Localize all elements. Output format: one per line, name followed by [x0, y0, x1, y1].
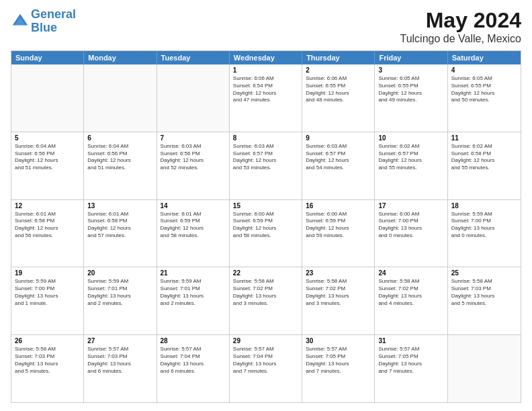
calendar-cell: 12Sunrise: 6:01 AM Sunset: 6:58 PM Dayli… — [11, 200, 84, 267]
calendar-cell: 16Sunrise: 6:00 AM Sunset: 6:59 PM Dayli… — [302, 200, 375, 267]
title-block: May 2024 Tulcingo de Valle, Mexico — [400, 8, 521, 45]
calendar-cell: 3Sunrise: 6:05 AM Sunset: 6:55 PM Daylig… — [375, 64, 447, 132]
cell-content: Sunrise: 6:02 AM Sunset: 6:58 PM Dayligh… — [451, 143, 517, 172]
calendar-cell — [84, 64, 157, 132]
cell-content: Sunrise: 6:05 AM Sunset: 6:55 PM Dayligh… — [378, 75, 443, 104]
cell-content: Sunrise: 5:58 AM Sunset: 7:03 PM Dayligh… — [15, 346, 80, 375]
header-cell-tuesday: Tuesday — [157, 51, 230, 64]
calendar-cell: 28Sunrise: 5:57 AM Sunset: 7:04 PM Dayli… — [157, 335, 230, 402]
calendar-cell: 30Sunrise: 5:57 AM Sunset: 7:05 PM Dayli… — [302, 335, 375, 402]
calendar: SundayMondayTuesdayWednesdayThursdayFrid… — [11, 50, 521, 403]
header-cell-wednesday: Wednesday — [230, 51, 302, 64]
calendar-cell: 7Sunrise: 6:03 AM Sunset: 6:56 PM Daylig… — [157, 132, 230, 199]
calendar-cell: 10Sunrise: 6:02 AM Sunset: 6:57 PM Dayli… — [375, 132, 447, 199]
cell-content: Sunrise: 6:00 AM Sunset: 7:00 PM Dayligh… — [378, 211, 443, 240]
logo-icon — [11, 12, 30, 31]
day-number: 29 — [233, 337, 298, 345]
calendar-cell: 11Sunrise: 6:02 AM Sunset: 6:58 PM Dayli… — [448, 132, 521, 199]
cell-content: Sunrise: 5:57 AM Sunset: 7:04 PM Dayligh… — [161, 346, 226, 375]
cell-content: Sunrise: 6:04 AM Sunset: 6:56 PM Dayligh… — [87, 143, 152, 172]
day-number: 7 — [161, 134, 226, 142]
day-number: 26 — [15, 337, 80, 345]
calendar-row-0: 1Sunrise: 6:06 AM Sunset: 6:54 PM Daylig… — [11, 64, 521, 132]
header-cell-thursday: Thursday — [302, 51, 375, 64]
cell-content: Sunrise: 6:03 AM Sunset: 6:57 PM Dayligh… — [233, 143, 298, 172]
day-number: 2 — [306, 66, 371, 74]
calendar-cell: 8Sunrise: 6:03 AM Sunset: 6:57 PM Daylig… — [230, 132, 302, 199]
day-number: 9 — [306, 134, 371, 142]
calendar-cell: 29Sunrise: 5:57 AM Sunset: 7:04 PM Dayli… — [230, 335, 302, 402]
cell-content: Sunrise: 5:58 AM Sunset: 7:02 PM Dayligh… — [378, 278, 443, 307]
calendar-row-3: 19Sunrise: 5:59 AM Sunset: 7:00 PM Dayli… — [11, 267, 521, 335]
day-number: 8 — [233, 134, 298, 142]
calendar-cell: 21Sunrise: 5:59 AM Sunset: 7:01 PM Dayli… — [157, 267, 230, 334]
day-number: 1 — [233, 66, 298, 74]
day-number: 28 — [161, 337, 226, 345]
day-number: 3 — [378, 66, 443, 74]
calendar-cell: 23Sunrise: 5:58 AM Sunset: 7:02 PM Dayli… — [302, 267, 375, 334]
header-cell-monday: Monday — [84, 51, 157, 64]
cell-content: Sunrise: 5:58 AM Sunset: 7:02 PM Dayligh… — [306, 278, 371, 307]
cell-content: Sunrise: 6:01 AM Sunset: 6:58 PM Dayligh… — [87, 211, 152, 240]
calendar-cell: 6Sunrise: 6:04 AM Sunset: 6:56 PM Daylig… — [84, 132, 157, 199]
calendar-cell: 26Sunrise: 5:58 AM Sunset: 7:03 PM Dayli… — [11, 335, 84, 402]
day-number: 20 — [87, 269, 152, 277]
cell-content: Sunrise: 5:59 AM Sunset: 7:01 PM Dayligh… — [161, 278, 226, 307]
cell-content: Sunrise: 5:58 AM Sunset: 7:03 PM Dayligh… — [451, 278, 517, 307]
calendar-row-1: 5Sunrise: 6:04 AM Sunset: 6:56 PM Daylig… — [11, 132, 521, 200]
calendar-cell: 24Sunrise: 5:58 AM Sunset: 7:02 PM Dayli… — [375, 267, 447, 334]
calendar-cell: 15Sunrise: 6:00 AM Sunset: 6:59 PM Dayli… — [230, 200, 302, 267]
cell-content: Sunrise: 5:57 AM Sunset: 7:04 PM Dayligh… — [233, 346, 298, 375]
day-number: 5 — [15, 134, 80, 142]
header: GeneralBlue May 2024 Tulcingo de Valle, … — [11, 8, 521, 45]
calendar-cell: 20Sunrise: 5:59 AM Sunset: 7:01 PM Dayli… — [84, 267, 157, 334]
day-number: 16 — [306, 202, 371, 210]
day-number: 25 — [451, 269, 517, 277]
cell-content: Sunrise: 6:01 AM Sunset: 6:58 PM Dayligh… — [15, 211, 80, 240]
day-number: 31 — [378, 337, 443, 345]
cell-content: Sunrise: 5:57 AM Sunset: 7:05 PM Dayligh… — [378, 346, 443, 375]
calendar-cell: 4Sunrise: 6:05 AM Sunset: 6:55 PM Daylig… — [448, 64, 521, 132]
calendar-cell: 17Sunrise: 6:00 AM Sunset: 7:00 PM Dayli… — [375, 200, 447, 267]
day-number: 18 — [451, 202, 517, 210]
calendar-cell: 31Sunrise: 5:57 AM Sunset: 7:05 PM Dayli… — [375, 335, 447, 402]
main-title: May 2024 — [400, 8, 521, 33]
calendar-cell: 14Sunrise: 6:01 AM Sunset: 6:59 PM Dayli… — [157, 200, 230, 267]
calendar-row-2: 12Sunrise: 6:01 AM Sunset: 6:58 PM Dayli… — [11, 200, 521, 268]
cell-content: Sunrise: 5:57 AM Sunset: 7:03 PM Dayligh… — [87, 346, 152, 375]
calendar-cell — [157, 64, 230, 132]
day-number: 22 — [233, 269, 298, 277]
calendar-cell: 13Sunrise: 6:01 AM Sunset: 6:58 PM Dayli… — [84, 200, 157, 267]
day-number: 11 — [451, 134, 517, 142]
day-number: 13 — [87, 202, 152, 210]
calendar-cell: 5Sunrise: 6:04 AM Sunset: 6:56 PM Daylig… — [11, 132, 84, 199]
logo: GeneralBlue — [11, 8, 76, 35]
cell-content: Sunrise: 6:03 AM Sunset: 6:57 PM Dayligh… — [306, 143, 371, 172]
logo-text: GeneralBlue — [31, 8, 76, 35]
calendar-cell — [11, 64, 84, 132]
cell-content: Sunrise: 6:05 AM Sunset: 6:55 PM Dayligh… — [451, 75, 517, 104]
cell-content: Sunrise: 5:59 AM Sunset: 7:00 PM Dayligh… — [15, 278, 80, 307]
cell-content: Sunrise: 6:06 AM Sunset: 6:55 PM Dayligh… — [306, 75, 371, 104]
day-number: 24 — [378, 269, 443, 277]
cell-content: Sunrise: 6:01 AM Sunset: 6:59 PM Dayligh… — [161, 211, 226, 240]
calendar-cell: 27Sunrise: 5:57 AM Sunset: 7:03 PM Dayli… — [84, 335, 157, 402]
calendar-cell: 9Sunrise: 6:03 AM Sunset: 6:57 PM Daylig… — [302, 132, 375, 199]
cell-content: Sunrise: 5:58 AM Sunset: 7:02 PM Dayligh… — [233, 278, 298, 307]
cell-content: Sunrise: 6:02 AM Sunset: 6:57 PM Dayligh… — [378, 143, 443, 172]
calendar-cell: 25Sunrise: 5:58 AM Sunset: 7:03 PM Dayli… — [448, 267, 521, 334]
page: GeneralBlue May 2024 Tulcingo de Valle, … — [0, 0, 532, 411]
cell-content: Sunrise: 6:04 AM Sunset: 6:56 PM Dayligh… — [15, 143, 80, 172]
header-cell-sunday: Sunday — [11, 51, 84, 64]
day-number: 17 — [378, 202, 443, 210]
day-number: 30 — [306, 337, 371, 345]
calendar-cell: 1Sunrise: 6:06 AM Sunset: 6:54 PM Daylig… — [230, 64, 302, 132]
day-number: 14 — [161, 202, 226, 210]
day-number: 6 — [87, 134, 152, 142]
day-number: 19 — [15, 269, 80, 277]
header-cell-friday: Friday — [375, 51, 447, 64]
calendar-cell: 19Sunrise: 5:59 AM Sunset: 7:00 PM Dayli… — [11, 267, 84, 334]
subtitle: Tulcingo de Valle, Mexico — [400, 33, 521, 45]
day-number: 21 — [161, 269, 226, 277]
calendar-body: 1Sunrise: 6:06 AM Sunset: 6:54 PM Daylig… — [11, 64, 521, 402]
